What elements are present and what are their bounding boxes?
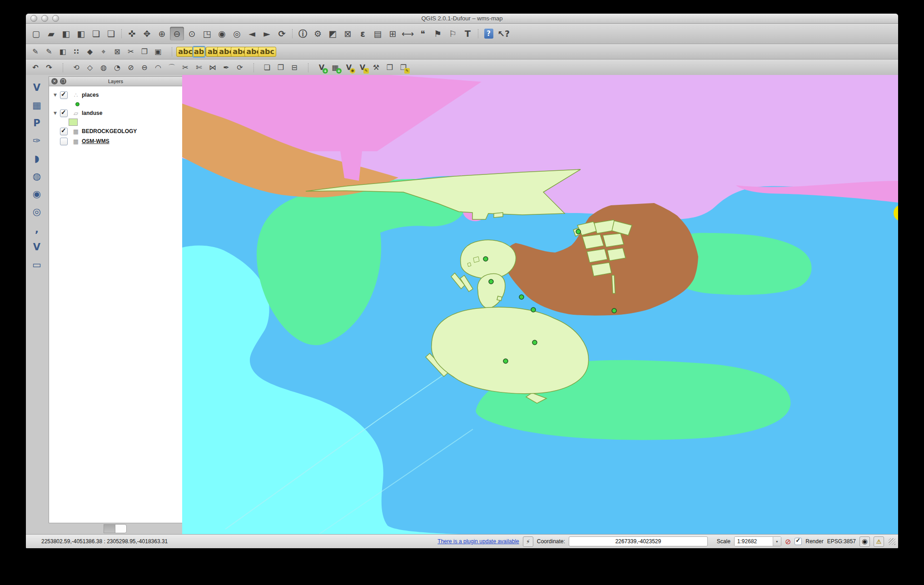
panel-tab[interactable] [115, 524, 127, 533]
zoom-last-button[interactable]: ◄ [245, 27, 259, 40]
panel-tab[interactable] [104, 524, 115, 533]
zoom-out-button[interactable]: ⊖ [170, 27, 184, 40]
sync-views-button[interactable]: ⟳ [233, 62, 246, 74]
toolbar-button[interactable] [302, 62, 314, 74]
layer-visibility-checkbox[interactable] [60, 138, 68, 145]
node-tool-button[interactable]: ⌖ [97, 46, 110, 58]
add-feature-button[interactable]: ∷ [70, 46, 83, 58]
delete-part-button[interactable]: ⊖ [138, 62, 151, 74]
split-parts-button[interactable]: ✄ [193, 62, 205, 74]
save-layer-edits-button[interactable]: ◧ [56, 46, 69, 58]
copy-style-button[interactable]: ❏ [261, 62, 273, 74]
open-attribute-table-button[interactable]: ▤ [371, 27, 385, 40]
title-bar[interactable]: QGIS 2.0.1-Dufour – wms-map [26, 14, 898, 24]
pan-map-button[interactable]: ✜ [125, 27, 139, 40]
layer-item[interactable]: ▼ places [49, 90, 182, 108]
delete-ring-button[interactable]: ⊘ [124, 62, 137, 74]
new-bookmark-button[interactable]: ⚑ [431, 27, 445, 40]
toolbar-button[interactable] [56, 62, 69, 74]
stop-render-icon[interactable]: ⊘ [785, 537, 791, 546]
new-spatialite-layer-button[interactable]: ▦ [329, 62, 342, 74]
run-feature-action-button[interactable]: ⚙ [311, 27, 325, 40]
toolbar-button[interactable] [119, 27, 124, 40]
zoom-full-button[interactable]: ◳ [200, 27, 214, 40]
refresh-map-button[interactable]: ⟳ [275, 27, 289, 40]
check-geometries-button[interactable]: ⊟ [288, 62, 301, 74]
reshape-features-button[interactable]: ◠ [152, 62, 164, 74]
open-project-button[interactable]: ▰ [44, 27, 58, 40]
crs-status-button[interactable]: ◉ [859, 536, 870, 547]
delete-selected-button[interactable]: ⊠ [111, 46, 124, 58]
rotate-point-symbols-button[interactable]: ✒ [220, 62, 233, 74]
add-ring-button[interactable]: ◍ [97, 62, 110, 74]
layers-panel-header[interactable]: ✕ ❐ Layers [49, 77, 182, 86]
redo-button[interactable]: ↷ [43, 62, 55, 74]
deselect-features-button[interactable]: ⊠ [341, 27, 355, 40]
pan-to-selection-button[interactable]: ✥ [140, 27, 154, 40]
new-project-button[interactable]: ▢ [29, 27, 43, 40]
add-wms-layer-button[interactable]: ◉ [29, 187, 45, 201]
new-print-composer-button[interactable]: ❏ [89, 27, 103, 40]
zoom-to-layer-button[interactable]: ◎ [230, 27, 244, 40]
layer-settings-button[interactable]: V [343, 62, 355, 74]
coordinate-input[interactable] [569, 536, 708, 546]
expand-arrow-icon[interactable]: ▼ [54, 93, 60, 97]
add-vector-layer-button[interactable]: V [29, 80, 45, 95]
toolbar-button[interactable] [290, 27, 295, 40]
resize-grip[interactable] [889, 538, 895, 545]
select-features-button[interactable]: ◩ [326, 27, 340, 40]
toolbar-button[interactable] [247, 62, 260, 74]
merge-features-button[interactable]: ⋈ [206, 62, 219, 74]
map-template-button[interactable]: ❒ [383, 62, 396, 74]
new-shapefile-layer-button[interactable]: V [315, 62, 328, 74]
toolbar-button[interactable] [476, 27, 481, 40]
add-raster-layer-button[interactable]: ▦ [29, 98, 45, 113]
offset-curve-button[interactable]: ⌒ [165, 62, 178, 74]
current-edits-button[interactable]: ✎ [29, 46, 42, 58]
map-tips-button[interactable]: ❝ [416, 27, 430, 40]
save-project-button[interactable]: ◧ [59, 27, 73, 40]
zoom-in-button[interactable]: ⊕ [155, 27, 169, 40]
identify-features-button[interactable]: ⓘ [296, 27, 310, 40]
layer-visibility-checkbox[interactable] [60, 91, 68, 99]
chevron-down-icon[interactable]: ▾ [773, 537, 781, 546]
cut-features-button[interactable]: ✂ [124, 46, 137, 58]
plugin-icon[interactable]: ⚡ [523, 536, 533, 547]
move-feature-button[interactable]: ◆ [84, 46, 96, 58]
plugin-update-link[interactable]: There is a plugin update available [437, 538, 519, 545]
add-oracle-layer-button[interactable]: ◍ [29, 169, 45, 183]
expand-arrow-icon[interactable]: ▼ [54, 111, 60, 115]
whats-this-button[interactable]: ↖? [497, 27, 511, 40]
zoom-next-button[interactable]: ► [260, 27, 274, 40]
scale-combo[interactable]: 1:92682 ▾ [734, 536, 781, 546]
render-checkbox[interactable] [795, 538, 802, 545]
layer-item[interactable]: ▼ BEDROCKGEOLOGY [49, 126, 182, 136]
map-canvas[interactable] [182, 75, 898, 535]
layer-edit-button[interactable]: V [356, 62, 369, 74]
copy-features-button[interactable]: ❐ [138, 46, 151, 58]
build-tools-button[interactable]: ⚒ [370, 62, 383, 74]
add-mssql-layer-button[interactable]: ◗ [29, 151, 45, 166]
new-shapefile-layer-button[interactable]: V [29, 240, 45, 254]
layer-item[interactable]: ▼ OSM-WMS [49, 136, 182, 146]
rotate-feature-button[interactable]: ⟲ [70, 62, 83, 74]
paste-style-button[interactable]: ❐ [274, 62, 287, 74]
add-delimited-text-layer-button[interactable]: , [29, 222, 45, 237]
layer-item[interactable]: ▼ landuse [49, 108, 182, 126]
text-annotation-button[interactable]: T [461, 27, 475, 40]
add-part-button[interactable]: ◔ [111, 62, 124, 74]
help-button[interactable]: ? [482, 27, 496, 40]
measure-button[interactable]: ⟷ [401, 27, 415, 40]
label-button[interactable]: abc [179, 46, 192, 58]
field-calculator-button[interactable]: ⊞ [386, 27, 400, 40]
map-template-edit-button[interactable]: ❒ [397, 62, 410, 74]
simplify-feature-button[interactable]: ◇ [84, 62, 96, 74]
layer-visibility-checkbox[interactable] [60, 109, 68, 117]
toggle-editing-button[interactable]: ✎ [43, 46, 55, 58]
split-features-button[interactable]: ✂ [179, 62, 192, 74]
remove-layer-button[interactable]: ▭ [29, 258, 45, 272]
zoom-to-selection-button[interactable]: ◉ [215, 27, 229, 40]
composer-manager-button[interactable]: ❏ [104, 27, 118, 40]
select-by-expression-button[interactable]: ε [356, 27, 370, 40]
undo-button[interactable]: ↶ [29, 62, 42, 74]
